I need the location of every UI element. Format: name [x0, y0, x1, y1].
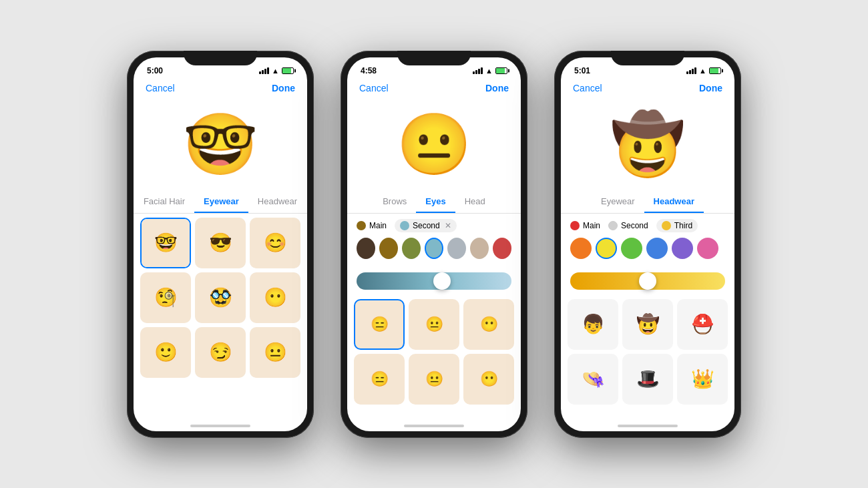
color-dot-second-3 [608, 221, 618, 230]
grid-item-3-4[interactable]: 🎩 [622, 354, 673, 405]
grid-item-1-4[interactable]: 🥸 [195, 272, 246, 323]
swatch-2-1[interactable] [379, 238, 398, 259]
grid-item-2-3[interactable]: 😑 [354, 354, 405, 405]
grid-item-3-5[interactable]: 👑 [677, 354, 728, 405]
color-dot-main-2 [357, 221, 366, 230]
tab-headwear-3[interactable]: Headwear [644, 191, 704, 213]
items-grid-1: 🤓 😎 😊 🧐 🥸 😶 [140, 218, 300, 378]
tab-eyewear-3[interactable]: Eyewear [592, 191, 644, 213]
swatch-3-4[interactable] [672, 238, 693, 259]
notch-3 [611, 51, 684, 65]
grid-item-3-0[interactable]: 👦 [568, 299, 618, 350]
grid-item-2-2[interactable]: 😶 [463, 299, 514, 350]
battery-icon-1 [282, 67, 294, 74]
color-label-third-3[interactable]: Third [656, 219, 698, 232]
slider-thumb-2[interactable] [433, 272, 451, 290]
grid-item-1-1[interactable]: 😎 [195, 218, 246, 268]
grid-item-3-2[interactable]: ⛑️ [677, 299, 728, 350]
done-button-1[interactable]: Done [272, 83, 295, 93]
grid-item-2-5[interactable]: 😶 [463, 354, 514, 405]
swatch-3-3[interactable] [646, 238, 668, 259]
face-thumb-2-0: 😑 [371, 316, 389, 333]
slider-track-3 [570, 272, 725, 290]
tab-brows[interactable]: Brows [373, 191, 416, 213]
face-thumb-1-3: 🧐 [140, 272, 191, 323]
grid-item-1-8[interactable]: 😐 [250, 327, 300, 378]
grid-item-3-1[interactable]: 🤠 [622, 299, 673, 350]
tab-headwear[interactable]: Headwear [248, 191, 306, 213]
time-3: 5:01 [574, 66, 590, 75]
slider-thumb-3[interactable] [639, 272, 656, 290]
phone-2: 4:58 ▲ Cancel Done [341, 51, 527, 438]
grid-item-2-1[interactable]: 😐 [409, 299, 459, 350]
tab-head[interactable]: Head [455, 191, 495, 213]
tab-facial-hair[interactable]: Facial Hair [134, 191, 194, 213]
grid-item-1-5[interactable]: 😶 [250, 272, 300, 323]
close-icon-second-2[interactable]: ✕ [445, 221, 451, 230]
category-tabs-2: Brows Eyes Head [347, 191, 521, 214]
status-icons-1: ▲ [259, 67, 294, 75]
face-thumb-1-7: 😏 [195, 327, 246, 378]
color-label-second-2[interactable]: Second ✕ [395, 219, 457, 232]
slider-track-2 [357, 272, 511, 290]
color-swatches-2 [357, 238, 511, 259]
hat-thumb-3-1: 🤠 [636, 313, 660, 335]
signal-icon-1 [259, 67, 269, 74]
color-label-second-text-2: Second [413, 221, 440, 230]
color-swatches-3 [570, 238, 725, 259]
color-section-3: Main Second Third [561, 214, 734, 270]
swatch-3-5[interactable] [697, 238, 718, 259]
color-label-main-3[interactable]: Main [570, 221, 600, 230]
tab-eyewear[interactable]: Eyewear [194, 191, 248, 213]
done-button-2[interactable]: Done [485, 83, 509, 93]
grid-item-1-3[interactable]: 🧐 [140, 272, 191, 323]
color-dot-second-2 [400, 221, 409, 230]
swatch-3-1[interactable] [596, 238, 617, 259]
wifi-icon-1: ▲ [272, 67, 279, 75]
swatch-3-2[interactable] [621, 238, 642, 259]
slider-3[interactable] [561, 270, 734, 295]
home-indicator-2 [347, 422, 521, 431]
wifi-icon-2: ▲ [485, 67, 493, 75]
phones-container: 5:00 ▲ Cancel Done [0, 0, 868, 488]
done-button-3[interactable]: Done [699, 83, 722, 93]
phone-2-screen: 4:58 ▲ Cancel Done [347, 57, 521, 431]
grid-item-1-0[interactable]: 🤓 [140, 218, 191, 268]
swatch-3-0[interactable] [570, 238, 592, 259]
signal-icon-3 [686, 67, 696, 74]
grid-item-2-0[interactable]: 😑 [354, 299, 405, 350]
grid-item-3-3[interactable]: 👒 [568, 354, 618, 405]
tab-eyes[interactable]: Eyes [416, 191, 455, 213]
status-icons-2: ▲ [473, 67, 507, 75]
grid-item-1-7[interactable]: 😏 [195, 327, 246, 378]
avatar-area-1: 🤓 [134, 97, 307, 191]
swatch-2-6[interactable] [493, 238, 511, 259]
face-thumb-2-1: 😐 [425, 316, 443, 333]
swatch-2-2[interactable] [402, 238, 421, 259]
slider-2[interactable] [347, 270, 521, 295]
time-1: 5:00 [147, 66, 163, 75]
category-tabs-1: Facial Hair Eyewear Headwear [134, 191, 307, 214]
swatch-2-3[interactable] [425, 238, 443, 259]
notch-1 [184, 51, 257, 65]
grid-item-1-2[interactable]: 😊 [250, 218, 300, 268]
home-indicator-3 [561, 422, 734, 431]
grid-item-1-6[interactable]: 🙂 [140, 327, 191, 378]
hat-thumb-3-5: 👑 [691, 368, 714, 390]
color-label-second-3[interactable]: Second [608, 221, 648, 230]
color-label-main-text-3: Main [583, 221, 600, 230]
swatch-2-5[interactable] [470, 238, 489, 259]
color-label-main-2[interactable]: Main [357, 221, 387, 230]
color-dot-third-3 [662, 221, 671, 230]
face-thumb-1-2: 😊 [250, 218, 300, 268]
swatch-2-0[interactable] [357, 238, 375, 259]
cancel-button-3[interactable]: Cancel [573, 83, 602, 93]
face-thumb-1-5: 😶 [250, 272, 300, 323]
color-label-main-text-2: Main [369, 221, 387, 230]
cancel-button-2[interactable]: Cancel [359, 83, 389, 93]
cancel-button-1[interactable]: Cancel [146, 83, 175, 93]
swatch-2-4[interactable] [447, 238, 466, 259]
grid-item-2-4[interactable]: 😐 [409, 354, 459, 405]
face-thumb-1-0: 🤓 [142, 219, 190, 267]
phone-1: 5:00 ▲ Cancel Done [127, 51, 314, 438]
